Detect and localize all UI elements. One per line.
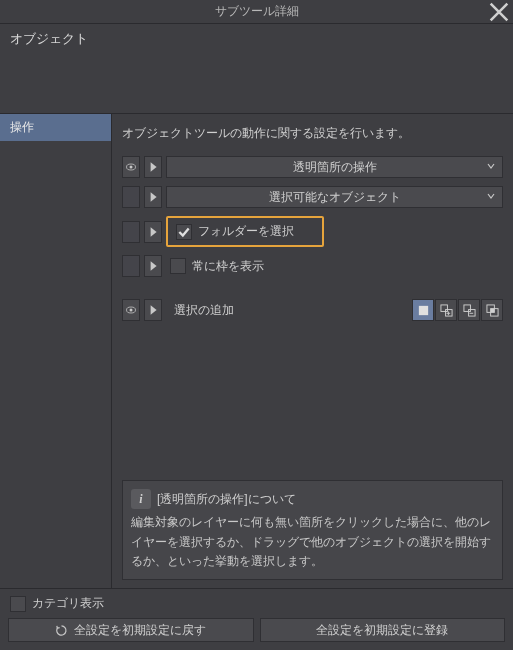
svg-rect-7	[463, 304, 470, 311]
always-show-frame-checkbox[interactable]	[170, 258, 186, 274]
squares-intersect-icon	[486, 304, 499, 317]
close-button[interactable]	[489, 2, 509, 22]
info-icon: i	[131, 489, 151, 509]
squares-plus-icon	[440, 304, 453, 317]
close-icon	[489, 2, 509, 22]
checkmark-icon	[177, 225, 191, 239]
squares-minus-icon	[463, 304, 476, 317]
chevron-down-icon	[486, 190, 496, 204]
selection-add-label: 選択の追加	[166, 302, 408, 319]
category-display-label: カテゴリ表示	[32, 595, 104, 612]
transparent-operation-dropdown[interactable]: 透明箇所の操作	[166, 156, 503, 178]
svg-rect-5	[440, 304, 447, 311]
category-display-option[interactable]: カテゴリ表示	[8, 595, 505, 612]
selection-mode-add[interactable]	[435, 299, 457, 321]
info-body: 編集対象のレイヤーに何も無い箇所をクリックした場合に、他のレイヤーを選択するか、…	[131, 513, 494, 571]
select-folder-label: フォルダーを選択	[198, 223, 294, 240]
category-display-checkbox[interactable]	[10, 596, 26, 612]
panel-description: オブジェクトツールの動作に関する設定を行います。	[122, 124, 503, 142]
select-folder-option[interactable]: フォルダーを選択	[166, 216, 324, 247]
selection-mode-intersect[interactable]	[481, 299, 503, 321]
triangle-right-icon	[147, 304, 159, 316]
triangle-right-icon	[147, 260, 159, 272]
chevron-down-icon	[486, 160, 496, 174]
sidebar-item-label: 操作	[10, 120, 34, 134]
selection-mode-subtract[interactable]	[458, 299, 480, 321]
visibility-toggle[interactable]	[122, 221, 140, 243]
info-panel: i [透明箇所の操作]について 編集対象のレイヤーに何も無い箇所をクリックした場…	[122, 480, 503, 580]
selection-mode-new[interactable]	[412, 299, 434, 321]
triangle-right-icon	[147, 161, 159, 173]
setting-row-frame: 常に枠を表示	[122, 255, 503, 277]
always-show-frame-label: 常に枠を表示	[192, 258, 264, 275]
info-title: [透明箇所の操作]について	[157, 491, 296, 508]
select-folder-checkbox[interactable]	[176, 224, 192, 240]
expand-toggle[interactable]	[144, 255, 162, 277]
visibility-toggle[interactable]	[122, 299, 140, 321]
tool-name: オブジェクト	[0, 24, 513, 52]
tool-header: オブジェクト	[0, 24, 513, 114]
triangle-right-icon	[147, 191, 159, 203]
setting-row-selectable: 選択可能なオブジェクト	[122, 186, 503, 208]
eye-icon	[125, 304, 137, 316]
svg-rect-4	[418, 305, 427, 314]
reset-defaults-button[interactable]: 全設定を初期設定に戻す	[8, 618, 254, 642]
setting-row-folder: フォルダーを選択	[122, 216, 503, 247]
setting-row-selection-add: 選択の追加	[122, 299, 503, 321]
eye-icon	[125, 161, 137, 173]
expand-toggle[interactable]	[144, 186, 162, 208]
visibility-toggle[interactable]	[122, 156, 140, 178]
setting-row-transparent-op: 透明箇所の操作	[122, 156, 503, 178]
settings-panel: オブジェクトツールの動作に関する設定を行います。 透明箇所の操作 選択可能なオブ…	[112, 114, 513, 588]
selectable-objects-dropdown[interactable]: 選択可能なオブジェクト	[166, 186, 503, 208]
triangle-right-icon	[147, 226, 159, 238]
register-defaults-button[interactable]: 全設定を初期設定に登録	[260, 618, 506, 642]
reset-icon	[55, 624, 68, 637]
window-titlebar: サブツール詳細	[0, 0, 513, 24]
footer: カテゴリ表示 全設定を初期設定に戻す 全設定を初期設定に登録	[0, 589, 513, 650]
square-icon	[417, 304, 430, 317]
category-sidebar: 操作	[0, 114, 112, 588]
svg-point-1	[130, 166, 133, 169]
sidebar-item-operation[interactable]: 操作	[0, 114, 111, 141]
always-show-frame-option[interactable]: 常に枠を表示	[166, 256, 268, 277]
window-title: サブツール詳細	[215, 3, 299, 20]
svg-point-3	[130, 309, 133, 312]
expand-toggle[interactable]	[144, 221, 162, 243]
visibility-toggle[interactable]	[122, 186, 140, 208]
expand-toggle[interactable]	[144, 299, 162, 321]
expand-toggle[interactable]	[144, 156, 162, 178]
visibility-toggle[interactable]	[122, 255, 140, 277]
svg-rect-11	[490, 308, 494, 312]
